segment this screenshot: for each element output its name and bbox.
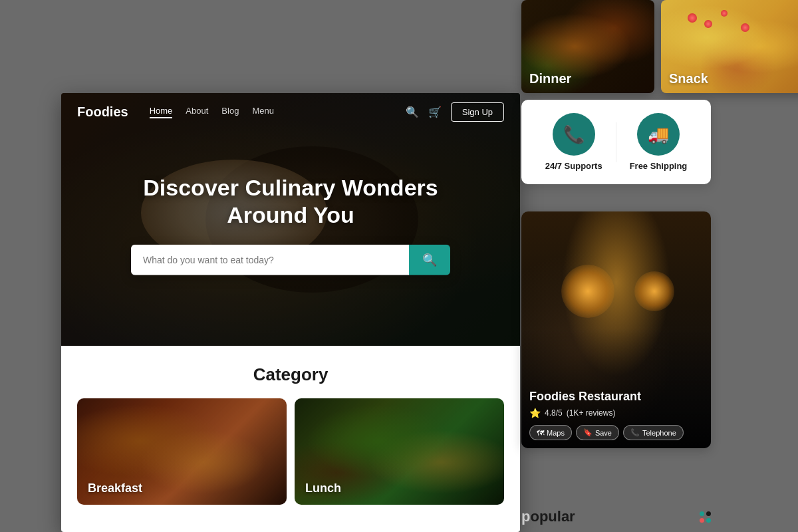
- search-btn-icon: 🔍: [422, 252, 437, 267]
- support-truck-icon: 🚚: [637, 113, 680, 156]
- nav-logo: Foodies: [77, 104, 128, 120]
- nav-link-blog[interactable]: Blog: [221, 106, 239, 118]
- popular-dots: [700, 511, 711, 523]
- nav-link-menu[interactable]: Menu: [252, 106, 274, 118]
- restaurant-card[interactable]: Foodies Restaurant ⭐ 4.8/5 (1K+ reviews)…: [521, 211, 711, 448]
- right-panel: Dinner Snack 📞 24/7 Supports 🚚 Free Ship…: [521, 0, 714, 532]
- maps-button[interactable]: 🗺 Maps: [529, 425, 572, 440]
- lamp-decoration-2: [634, 271, 674, 311]
- dot-teal-1: [700, 511, 704, 516]
- support-item-shipping: 🚚 Free Shipping: [630, 113, 688, 171]
- restaurant-info: Foodies Restaurant ⭐ 4.8/5 (1K+ reviews)…: [529, 390, 703, 440]
- support-card: 📞 24/7 Supports 🚚 Free Shipping: [521, 100, 711, 184]
- restaurant-action-buttons: 🗺 Maps 🔖 Save 📞 Telephone: [529, 425, 703, 440]
- restaurant-name: Foodies Restaurant: [529, 390, 703, 404]
- telephone-icon: 📞: [630, 428, 640, 437]
- popular-hint: popular: [521, 508, 711, 525]
- maps-label: Maps: [547, 429, 565, 437]
- category-section: Category Breakfast Lunch: [61, 346, 520, 518]
- dot-dark-1: [706, 511, 711, 516]
- nav-link-home[interactable]: Home: [150, 106, 173, 118]
- navbar: Foodies Home About Blog Menu 🔍 🛒 Sign Up: [61, 93, 520, 130]
- search-input[interactable]: [131, 244, 409, 275]
- support-phone-icon: 📞: [553, 113, 595, 156]
- category-label-breakfast: Breakfast: [88, 481, 142, 495]
- cart-icon[interactable]: 🛒: [428, 106, 442, 118]
- berry-decoration: [704, 20, 712, 28]
- save-button[interactable]: 🔖 Save: [576, 425, 619, 440]
- category-title: Category: [77, 364, 504, 385]
- hero-content: Discover Culinary Wonders Around You 🔍: [131, 174, 450, 275]
- category-grid: Breakfast Lunch: [77, 398, 504, 505]
- berry-decoration: [741, 23, 749, 32]
- dinner-card[interactable]: Dinner: [521, 0, 654, 93]
- berry-decoration: [688, 13, 697, 23]
- rating-value: 4.8/5: [545, 408, 563, 418]
- snack-card[interactable]: Snack: [661, 0, 798, 93]
- dot-red-1: [700, 518, 704, 523]
- telephone-button[interactable]: 📞 Telephone: [623, 425, 684, 440]
- nav-icons: 🔍 🛒: [406, 106, 442, 118]
- save-icon: 🔖: [583, 428, 593, 437]
- hero-section: Foodies Home About Blog Menu 🔍 🛒 Sign Up…: [61, 93, 520, 346]
- hero-title: Discover Culinary Wonders Around You: [131, 174, 450, 229]
- support-label-247: 24/7 Supports: [545, 161, 602, 171]
- search-icon[interactable]: 🔍: [406, 106, 419, 118]
- category-card-breakfast[interactable]: Breakfast: [77, 398, 287, 505]
- star-icon: ⭐: [529, 408, 541, 418]
- category-card-lunch[interactable]: Lunch: [295, 398, 504, 505]
- main-website-panel: Foodies Home About Blog Menu 🔍 🛒 Sign Up…: [61, 93, 520, 532]
- snack-label: Snack: [669, 71, 708, 86]
- telephone-label: Telephone: [642, 429, 676, 437]
- category-label-lunch: Lunch: [305, 481, 341, 495]
- nav-link-about[interactable]: About: [186, 106, 208, 118]
- dot-row-2: [700, 518, 711, 523]
- berry-decoration: [721, 10, 728, 17]
- maps-icon: 🗺: [537, 429, 544, 437]
- restaurant-rating: ⭐ 4.8/5 (1K+ reviews): [529, 408, 703, 418]
- dinner-label: Dinner: [529, 71, 571, 86]
- save-label: Save: [595, 429, 612, 437]
- popular-title-text: opular: [530, 508, 575, 525]
- support-item-247: 📞 24/7 Supports: [545, 113, 602, 171]
- lamp-decoration-1: [561, 265, 614, 318]
- nav-links: Home About Blog Menu: [150, 106, 406, 118]
- dot-row-1: [700, 511, 711, 516]
- support-label-shipping: Free Shipping: [630, 161, 688, 171]
- popular-title: popular: [521, 508, 575, 525]
- popular-title-prefix: p: [521, 508, 530, 525]
- search-button[interactable]: 🔍: [409, 244, 450, 275]
- search-bar: 🔍: [131, 244, 450, 275]
- review-count: (1K+ reviews): [567, 408, 616, 418]
- signup-button[interactable]: Sign Up: [451, 102, 504, 122]
- dot-teal-2: [706, 518, 711, 523]
- support-divider: [616, 122, 616, 162]
